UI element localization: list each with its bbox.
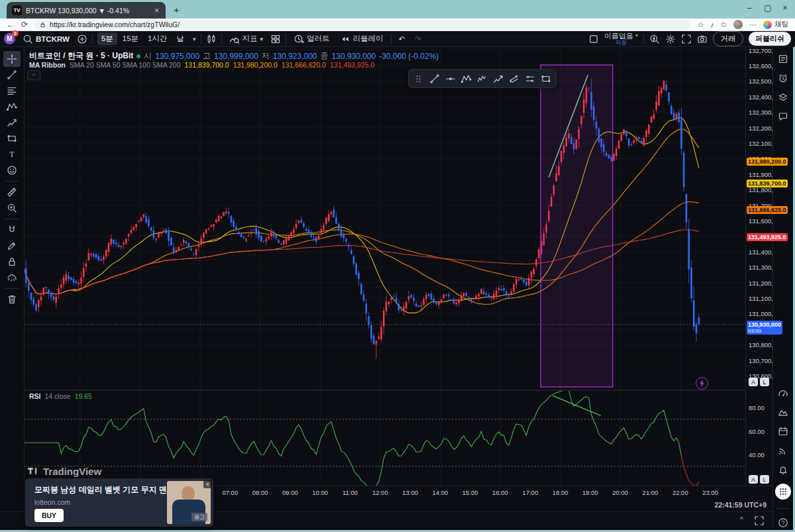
add-symbol-icon[interactable] [77,34,87,44]
text-tool[interactable]: T [3,146,21,162]
panel-collapse-icon[interactable]: ^ [740,515,743,526]
session-clock: 22:41:59 UTC+9 [715,501,767,509]
tab-close-icon[interactable]: × [153,6,160,15]
prediction-tool[interactable] [3,115,21,131]
replay-button[interactable]: 리플레이 [337,32,386,46]
interval-1시간[interactable]: 1시간 [144,32,171,45]
rsi-tick: 80.00 [749,404,765,411]
alerts-panel-button[interactable] [778,73,788,83]
emoji-tool[interactable] [3,162,21,178]
abcd-quick-tool[interactable] [491,72,505,86]
flat-channel-quick-tool[interactable] [523,72,537,86]
browser-menu-icon[interactable]: ⋯ [749,21,757,29]
ma-ribbon-legend[interactable]: MA Ribbon SMA 20 SMA 50 SMA 100 SMA 200 … [29,61,374,69]
crosshair-tool[interactable] [3,51,21,67]
elliott-wave-quick-tool[interactable] [475,72,490,86]
ad-domain: lotteon.com [34,498,70,506]
window-close-button[interactable]: × [780,3,790,13]
ideas-button[interactable] [778,407,788,417]
ad-buy-button[interactable]: BUY [34,509,64,522]
trade-button[interactable]: 거래 [713,31,743,46]
quick-search-button[interactable] [649,34,660,44]
price-axis[interactable]: 132,700,000132,600,000132,500,000132,400… [745,47,773,486]
notifications-button[interactable] [778,464,788,475]
copilot-icon [763,21,772,29]
browser-tab[interactable]: TV BTCKRW 130,930,000 ▼ -0.41% × [7,2,166,19]
rectangle-tool[interactable] [3,131,21,146]
lock-drawings-tool[interactable] [3,254,21,270]
time-tick: 18:00 [553,489,568,496]
symbol-search-button[interactable]: BTCKRW [20,32,72,46]
streams-button[interactable] [778,445,788,456]
chart-settings-button[interactable] [665,34,676,44]
maximize-chart-icon[interactable] [754,515,765,526]
drawing-mode-tool[interactable] [3,238,21,254]
window-maximize-button[interactable]: ▢ [763,3,772,13]
bookmark-star-icon[interactable]: ☆ [697,21,704,29]
multichart-layout-button[interactable] [588,34,599,44]
floating-drawing-toolbar[interactable] [408,69,556,88]
trend-line-tool[interactable] [3,67,21,83]
help-button[interactable]: ? [778,517,788,528]
remove-drawings-tool[interactable] [3,292,21,307]
new-tab-button[interactable]: + [174,4,180,15]
layout-grid-button[interactable] [270,34,281,44]
chart-type-button[interactable] [206,34,217,44]
main-auto-scale-button[interactable]: A [749,378,758,386]
zoom-in-tool[interactable] [3,200,21,216]
chat-panel-button[interactable] [778,111,788,122]
legend-collapse-button[interactable]: ^ [27,70,40,80]
fib-retracement-tool[interactable] [3,83,21,99]
ad-close-icon[interactable]: × [203,480,212,488]
ad-banner[interactable]: 모찌봉 남성 데일리 벨벳 기모 무지 맨투맨 lotteon.com BUY … [25,478,213,527]
publish-button[interactable]: 퍼블리쉬 [749,32,791,46]
main-log-scale-button[interactable]: L [760,378,769,386]
refresh-button[interactable]: ⟳ [21,20,28,29]
ad-headline: 모찌봉 남성 데일리 벨벳 기모 무지 맨투맨 [34,484,183,496]
horizontal-line-quick-tool[interactable] [443,72,458,86]
browser-window: TV BTCKRW 130,930,000 ▼ -0.41% × + – ▢ ×… [0,0,795,532]
market-overview-button[interactable] [778,388,788,398]
interval-날[interactable]: 날 [173,32,189,45]
rsi-log-scale-button[interactable]: L [760,475,769,484]
parallel-channel-quick-tool[interactable] [507,72,521,86]
browser-profile-avatar[interactable] [733,20,743,29]
interval-15분[interactable]: 15분 [119,32,142,45]
rectangle-quick-tool[interactable] [539,72,553,86]
magnet-tool[interactable] [3,222,21,238]
watchlist-panel-button[interactable] [778,54,788,64]
calendar-button[interactable] [778,426,788,437]
symbol-legend[interactable]: 비트코인 / 한국 원 · 5 · UpBit 시130,975,000 고13… [29,50,439,62]
measure-tool[interactable] [3,184,21,200]
rsi-legend[interactable]: RSI 14 close 19.65 [29,392,92,400]
collections-icon[interactable]: ✩ [721,21,727,29]
purple-bolt-badge-icon[interactable] [696,377,708,390]
url-field[interactable]: https://kr.tradingview.com/chart/zgTWilu… [34,20,690,30]
xabcd-pattern-tool[interactable] [3,99,21,115]
apps-grid-button[interactable] [775,484,791,500]
hide-drawings-tool[interactable] [3,270,21,286]
rsi-auto-scale-button[interactable]: A [749,475,758,484]
media-hub-icon[interactable]: ♪ [710,21,714,28]
trend-line-quick-tool[interactable] [427,72,442,86]
back-button[interactable]: ← [7,20,15,29]
indicators-button[interactable]: 지표 ▾ [227,32,266,46]
rsi-pane[interactable] [25,391,745,486]
layout-name-menu[interactable]: 이름없음▾ 저장 [604,32,638,46]
object-tree-panel-button[interactable] [778,92,788,103]
alert-button[interactable]: 얼러트 [291,32,333,46]
xabcd-quick-tool[interactable] [459,72,474,86]
main-chart-pane[interactable] [25,47,745,390]
interval-caret-icon[interactable]: ▾ [193,36,196,42]
browser-address-bar: ← ⟳ https://kr.tradingview.com/chart/zgT… [0,19,795,31]
drag-handle[interactable] [411,72,426,86]
window-minimize-button[interactable]: – [745,3,754,13]
redo-button[interactable]: ↷ [412,33,424,45]
copilot-chat-button[interactable]: 채팅 [763,20,788,29]
interval-5분[interactable]: 5분 [97,32,117,45]
save-layout-button[interactable]: 저장 [615,39,627,46]
user-avatar[interactable]: M 2 [4,33,15,44]
snapshot-button[interactable] [697,34,708,44]
fullscreen-button[interactable] [681,34,692,44]
undo-button[interactable]: ↶ [396,33,408,45]
